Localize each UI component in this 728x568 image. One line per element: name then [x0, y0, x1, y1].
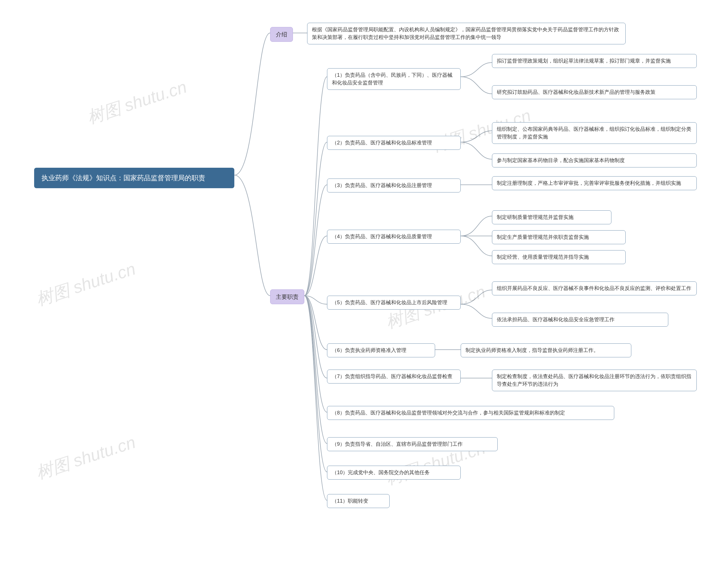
- duty-11[interactable]: （11）职能转变: [327, 494, 390, 508]
- duty-2-child-2-text: 参与制定国家基本药物目录，配合实施国家基本药物制度: [497, 157, 625, 164]
- duty-9[interactable]: （9）负责指导省、自治区、直辖市药品监督管理部门工作: [327, 437, 498, 451]
- duty-4-child-2[interactable]: 制定生产质量管理规范并依职责监督实施: [492, 230, 626, 244]
- duty-6[interactable]: （6）负责执业药师资格准入管理: [327, 343, 435, 357]
- duty-2-child-1[interactable]: 组织制定、公布国家药典等药品、医疗器械标准，组织拟订化妆品标准，组织制定分类管理…: [492, 122, 697, 144]
- duty-2-child-1-text: 组织制定、公布国家药典等药品、医疗器械标准，组织拟订化妆品标准，组织制定分类管理…: [497, 125, 692, 141]
- duty-1-child-2-text: 研究拟订鼓励药品、医疗器械和化妆品新技术新产品的管理与服务政策: [497, 88, 655, 96]
- duty-5-label: （5）负责药品、医疗器械和化妆品上市后风险管理: [332, 299, 447, 306]
- branch-intro[interactable]: 介绍: [270, 27, 293, 42]
- duty-7-label: （7）负责组织指导药品、医疗器械和化妆品监督检查: [332, 373, 452, 380]
- duty-6-label: （6）负责执业药师资格准入管理: [332, 346, 406, 354]
- duty-7-child-1[interactable]: 制定检查制度，依法查处药品、医疗器械和化妆品注册环节的违法行为，依职责组织指导查…: [492, 369, 697, 391]
- duty-1-child-2[interactable]: 研究拟订鼓励药品、医疗器械和化妆品新技术新产品的管理与服务政策: [492, 85, 697, 99]
- duty-10-label: （10）完成党中央、国务院交办的其他任务: [332, 469, 430, 476]
- duty-4[interactable]: （4）负责药品、医疗器械和化妆品质量管理: [327, 230, 461, 244]
- intro-text-content: 根据《国家药品监督管理局职能配置、内设机构和人员编制规定》，国家药品监督管理局贯…: [312, 26, 621, 41]
- duty-1-child-1-text: 拟订监督管理政策规划，组织起草法律法规草案，拟订部门规章，并监督实施: [497, 57, 671, 65]
- root-node[interactable]: 执业药师《法规》知识点：国家药品监督管理局的职责: [34, 168, 234, 188]
- duty-2-label: （2）负责药品、医疗器械和化妆品标准管理: [332, 139, 432, 147]
- duty-6-child-1-text: 制定执业药师资格准入制度，指导监督执业药师注册工作。: [466, 346, 599, 354]
- branch-duties-label: 主要职责: [276, 292, 299, 301]
- duty-9-label: （9）负责指导省、自治区、直辖市药品监督管理部门工作: [332, 440, 463, 448]
- duty-4-child-3-text: 制定经营、使用质量管理规范并指导实施: [497, 253, 589, 261]
- duty-5-child-2[interactable]: 依法承担药品、医疗器械和化妆品安全应急管理工作: [492, 313, 668, 327]
- duty-2[interactable]: （2）负责药品、医疗器械和化妆品标准管理: [327, 136, 461, 150]
- duty-3-child-1[interactable]: 制定注册理制度，严格上市审评审批，完善审评审批服务便利化措施，并组织实施: [492, 176, 697, 190]
- branch-duties[interactable]: 主要职责: [270, 289, 304, 304]
- intro-text[interactable]: 根据《国家药品监督管理局职能配置、内设机构和人员编制规定》，国家药品监督管理局贯…: [307, 23, 626, 44]
- duty-6-child-1[interactable]: 制定执业药师资格准入制度，指导监督执业药师注册工作。: [461, 343, 631, 357]
- duty-11-label: （11）职能转变: [332, 497, 368, 505]
- duty-4-child-3[interactable]: 制定经营、使用质量管理规范并指导实施: [492, 250, 626, 264]
- duty-5[interactable]: （5）负责药品、医疗器械和化妆品上市后风险管理: [327, 295, 461, 309]
- duty-8[interactable]: （8）负责药品、医疗器械和化妆品监督管理领域对外交流与合作，参与相关国际监管规则…: [327, 406, 614, 420]
- duty-3[interactable]: （3）负责药品、医疗器械和化妆品注册管理: [327, 179, 461, 193]
- watermark: 树图 shutu.cn: [33, 258, 138, 311]
- duty-4-child-1[interactable]: 制定研制质量管理规范并监督实施: [492, 210, 611, 224]
- duty-7-child-1-text: 制定检查制度，依法查处药品、医疗器械和化妆品注册环节的违法行为，依职责组织指导查…: [497, 373, 692, 388]
- duty-3-child-1-text: 制定注册理制度，严格上市审评审批，完善审评审批服务便利化措施，并组织实施: [497, 179, 681, 187]
- duty-1-child-1[interactable]: 拟订监督管理政策规划，组织起草法律法规草案，拟订部门规章，并监督实施: [492, 54, 697, 68]
- duty-5-child-2-text: 依法承担药品、医疗器械和化妆品安全应急管理工作: [497, 316, 615, 323]
- duty-7[interactable]: （7）负责组织指导药品、医疗器械和化妆品监督检查: [327, 369, 461, 383]
- duty-2-child-2[interactable]: 参与制定国家基本药物目录，配合实施国家基本药物制度: [492, 154, 697, 168]
- root-title: 执业药师《法规》知识点：国家药品监督管理局的职责: [42, 173, 205, 183]
- duty-4-child-1-text: 制定研制质量管理规范并监督实施: [497, 214, 574, 221]
- duty-8-label: （8）负责药品、医疗器械和化妆品监督管理领域对外交流与合作，参与相关国际监管规则…: [332, 409, 565, 417]
- duty-4-label: （4）负责药品、医疗器械和化妆品质量管理: [332, 233, 432, 241]
- duty-1-label: （1）负责药品（含中药、民族药，下同）、医疗器械和化妆品安全监督管理: [332, 71, 456, 87]
- duty-5-child-1-text: 组织开展药品不良反应、医疗器械不良事件和化妆品不良反应的监测、评价和处置工作: [497, 284, 691, 292]
- duty-1[interactable]: （1）负责药品（含中药、民族药，下同）、医疗器械和化妆品安全监督管理: [327, 68, 461, 90]
- duty-4-child-2-text: 制定生产质量管理规范并依职责监督实施: [497, 234, 589, 241]
- duty-5-child-1[interactable]: 组织开展药品不良反应、医疗器械不良事件和化妆品不良反应的监测、评价和处置工作: [492, 282, 697, 295]
- duty-3-label: （3）负责药品、医疗器械和化妆品注册管理: [332, 182, 432, 189]
- branch-intro-label: 介绍: [276, 30, 287, 39]
- watermark: 树图 shutu.cn: [84, 76, 190, 129]
- duty-10[interactable]: （10）完成党中央、国务院交办的其他任务: [327, 466, 461, 480]
- watermark: 树图 shutu.cn: [33, 431, 138, 485]
